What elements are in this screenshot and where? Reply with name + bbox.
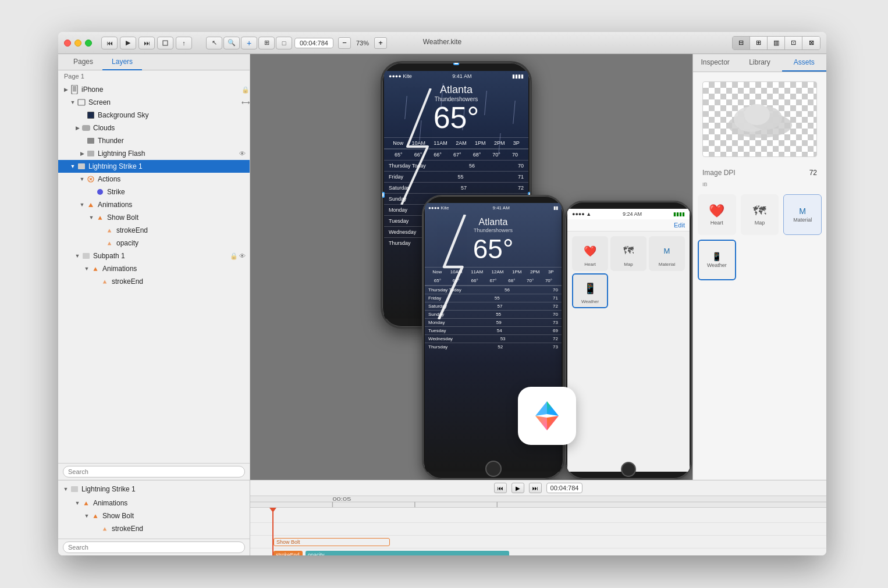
svg-text:00:05: 00:05 xyxy=(332,496,351,502)
tab-assets[interactable]: Assets xyxy=(782,54,826,72)
tree-item-strike[interactable]: Strike xyxy=(58,186,250,198)
tree-item-anim2[interactable]: ▼ Animations xyxy=(58,262,250,275)
third-phone-frame: ●●●● ▲ 9:24 AM ▮▮▮▮ Edit ❤️ Heart xyxy=(564,201,692,480)
tree-item-iphone[interactable]: ▶ iPhone 🔒 xyxy=(58,83,250,96)
svg-rect-3 xyxy=(78,99,85,105)
view-btn-1[interactable]: ⊟ xyxy=(733,37,750,49)
asset-heart[interactable]: ❤️ Heart xyxy=(572,236,608,271)
eye-icon[interactable]: 👁 xyxy=(238,149,246,158)
main-window: ⏮ ▶ ⏭ ↑ ↖ 🔍 + ⊞ □ 00:04:784 − 73% + xyxy=(58,32,826,555)
playhead[interactable] xyxy=(272,508,273,555)
tree-item-thunder[interactable]: Thunder xyxy=(58,134,250,147)
tree-item-stroke-end-1[interactable]: strokeEnd xyxy=(58,224,250,237)
tl-lightning-strike[interactable]: ▼ Lightning Strike 1 xyxy=(58,482,250,497)
close-button[interactable] xyxy=(64,40,71,47)
share-button[interactable]: ↑ xyxy=(176,37,192,49)
view-btn-5[interactable]: ⊠ xyxy=(802,37,820,49)
toolbar-left: ⏮ ▶ ⏭ ↑ xyxy=(101,37,192,49)
skip-back-button[interactable]: ⏮ xyxy=(101,37,118,49)
asset-weather[interactable]: 📱 Weather xyxy=(572,273,608,308)
view-btn-3[interactable]: ▥ xyxy=(768,37,785,49)
asset-material-right[interactable]: M Material xyxy=(783,194,822,235)
sp1-eye[interactable]: 👁 xyxy=(238,252,246,260)
opacity-bar[interactable]: opacity xyxy=(306,551,509,556)
triangle-bg xyxy=(79,112,85,118)
timeline-search[interactable] xyxy=(63,541,245,553)
stroke-end-bar-label: strokeEnd xyxy=(276,552,300,556)
tab-pages[interactable]: Pages xyxy=(64,54,102,70)
zoom-tool[interactable]: 🔍 xyxy=(223,37,240,49)
timeline-ruler: 00:05 xyxy=(250,496,826,508)
tree-item-animations[interactable]: ▼ Animations xyxy=(58,198,250,211)
tab-layers[interactable]: Layers xyxy=(102,54,142,70)
bottom-panel: ▼ Lightning Strike 1 ▼ Animations xyxy=(58,480,826,555)
stroke-end-bar[interactable]: strokeEnd xyxy=(273,551,303,556)
skip-forward-button[interactable]: ⏭ xyxy=(138,37,155,49)
tri-stroke2 xyxy=(93,279,99,284)
tl-fwd-btn[interactable]: ⏭ xyxy=(529,483,542,493)
anim2-icon xyxy=(91,264,100,273)
tl-play-btn[interactable]: ▶ xyxy=(512,483,524,493)
map-right-label: Map xyxy=(755,220,765,226)
tree-item-bg-sky[interactable]: Background Sky xyxy=(58,109,250,122)
minimize-button[interactable] xyxy=(74,40,81,47)
tree-item-lightning-flash[interactable]: ▶ Lightning Flash 👁 xyxy=(58,147,250,160)
screen-label: Screen xyxy=(88,98,239,106)
asset-map[interactable]: 🗺 Map xyxy=(610,236,647,271)
heart-img: ❤️ xyxy=(578,241,602,262)
assets-grid: ❤️ Heart 🗺 Map M Material 📱 Weather xyxy=(698,194,822,280)
stroke2-icon xyxy=(100,277,109,286)
zoom-level: 73% xyxy=(353,40,372,47)
play-button[interactable]: ▶ xyxy=(120,37,136,49)
asset-map-right[interactable]: 🗺 Map xyxy=(741,194,779,235)
anim-label: Animations xyxy=(98,201,250,209)
s2-wednesday: Wednesday5372 xyxy=(425,334,562,343)
tl-stroke-icon xyxy=(100,524,109,533)
tl-stroke-end[interactable]: strokeEnd xyxy=(58,522,250,535)
tl-tri3: ▼ xyxy=(84,513,90,519)
triangle-thunder xyxy=(79,138,85,144)
triangle-strike: ▼ xyxy=(70,163,76,169)
tree-item-opacity[interactable]: opacity xyxy=(58,237,250,250)
view-btn-4[interactable]: ⊡ xyxy=(785,37,802,49)
time3: 9:24 AM xyxy=(623,211,642,217)
select-tool[interactable]: ↖ xyxy=(206,37,222,49)
view-btn-2[interactable]: ⊞ xyxy=(750,37,768,49)
tree-item-show-bolt[interactable]: ▼ Show Bolt xyxy=(58,211,250,224)
tl-anim-icon xyxy=(81,498,91,508)
tab-library[interactable]: Library xyxy=(737,54,782,72)
third-phone-container: ●●●● ▲ 9:24 AM ▮▮▮▮ Edit ❤️ Heart xyxy=(564,201,692,480)
s2-monday: Monday5973 xyxy=(425,318,562,326)
tree-item-subpath1[interactable]: ▼ Subpath 1 🔒 👁 xyxy=(58,250,250,262)
asset-heart-right[interactable]: ❤️ Heart xyxy=(698,194,736,235)
assets-list: ❤️ Heart 🗺 Map M Material 📱 Weather xyxy=(693,190,826,480)
carrier3: ●●●● ▲ xyxy=(572,211,591,217)
shape-tool[interactable]: □ xyxy=(276,37,292,49)
map-img: 🗺 xyxy=(617,241,640,262)
tl-back-btn[interactable]: ⏮ xyxy=(494,483,507,493)
tree-item-clouds[interactable]: ▶ Clouds xyxy=(58,122,250,134)
tl-animations[interactable]: ▼ Animations xyxy=(58,497,250,509)
add-tool[interactable]: + xyxy=(241,37,257,49)
track-row-1 xyxy=(250,508,826,523)
sp1-lock: 🔒 xyxy=(230,252,238,260)
tab-inspector[interactable]: Inspector xyxy=(693,54,737,72)
zoom-out-button[interactable]: − xyxy=(338,37,351,49)
tree-item-stroke-end-2[interactable]: strokeEnd xyxy=(58,275,250,288)
maximize-button[interactable] xyxy=(85,40,92,47)
thunder-icon xyxy=(86,136,95,145)
tree-item-lightning-strike[interactable]: ▼ Lightning Strike 1 xyxy=(58,160,250,173)
layers-search[interactable] xyxy=(63,466,245,477)
edit-label[interactable]: Edit xyxy=(674,222,685,229)
tree-item-actions[interactable]: ▼ Actions xyxy=(58,173,250,186)
crop-button[interactable] xyxy=(157,37,173,49)
tl-strike-icon xyxy=(70,484,79,494)
crop-tool[interactable]: ⊞ xyxy=(258,37,275,49)
tree-item-screen[interactable]: ▼ Screen ⟷ xyxy=(58,96,250,109)
tl-show-bolt[interactable]: ▼ Show Bolt xyxy=(58,509,250,522)
show-bolt-bar[interactable]: Show Bolt xyxy=(273,538,390,546)
timeline-controls: ⏮ ▶ ⏭ 00:04:784 xyxy=(250,480,826,496)
asset-material[interactable]: M Material xyxy=(649,236,685,271)
asset-weather-right[interactable]: 📱 Weather xyxy=(698,240,736,280)
zoom-in-button[interactable]: + xyxy=(374,37,387,49)
